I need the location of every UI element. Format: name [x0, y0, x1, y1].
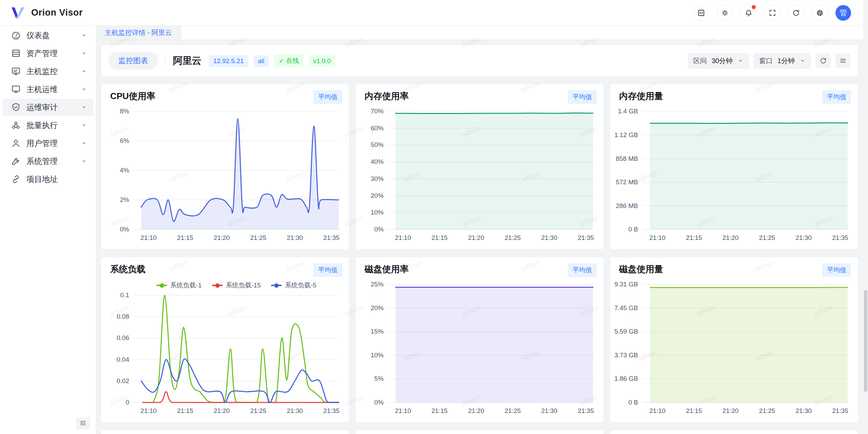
- disk-usage-amount-chart[interactable]: 9.31 GB7.45 GB5.59 GB3.73 GB1.86 GB0 B21…: [614, 279, 851, 418]
- vertical-scrollbar[interactable]: [863, 0, 868, 434]
- sidebar-item-label: 运维审计: [26, 102, 58, 113]
- host-tag: v1.0.0: [309, 55, 335, 67]
- y-axis-label: 20%: [359, 304, 383, 312]
- fullscreen-icon[interactable]: [764, 5, 781, 21]
- y-axis-label: 1.12 GB: [614, 131, 638, 139]
- x-axis-label: 21:10: [395, 407, 411, 415]
- notifications-icon[interactable]: [741, 5, 757, 21]
- settings-gear-icon[interactable]: [812, 5, 828, 21]
- logo-v-icon: [10, 6, 26, 20]
- sidebar-item-user-mgmt[interactable]: 用户管理: [3, 135, 93, 152]
- y-axis-label: 0.06: [105, 334, 129, 342]
- y-axis-label: 5%: [359, 375, 383, 382]
- x-axis-label: 21:30: [795, 407, 812, 415]
- chart-panel-partial: [610, 430, 858, 434]
- y-axis-label: 7.45 GB: [614, 304, 638, 312]
- sidebar-item-batch-exec[interactable]: 批量执行: [3, 117, 93, 134]
- chart-canvas: [359, 279, 596, 418]
- sidebar-item-label: 用户管理: [26, 138, 58, 149]
- range-select[interactable]: 区间 30分钟: [688, 53, 749, 69]
- average-badge: 平均值: [822, 90, 851, 104]
- chart-canvas: [105, 106, 342, 245]
- x-axis-label: 21:35: [832, 407, 848, 415]
- chevron-down-icon: [80, 50, 88, 57]
- scrollbar-thumb[interactable]: [864, 290, 867, 392]
- x-axis-label: 21:30: [541, 407, 557, 415]
- users-icon: [11, 138, 21, 148]
- y-axis-label: 0%: [105, 226, 129, 233]
- x-axis-label: 21:25: [250, 407, 267, 415]
- divider: [165, 56, 165, 66]
- x-axis-label: 21:25: [759, 407, 775, 415]
- chart-panel-cpu-usage: CPU使用率 平均值 8%6%4%2%0%21:1021:1521:2021:2…: [101, 84, 349, 249]
- sidebar-item-label: 仪表盘: [26, 30, 50, 41]
- check-icon: ✓: [279, 57, 284, 65]
- legend-item[interactable]: 系统负载-5: [271, 281, 316, 290]
- chart-controls: 区间 30分钟 窗口 1分钟: [688, 53, 850, 69]
- x-axis-label: 21:35: [578, 234, 594, 242]
- sidebar-item-label: 批量执行: [26, 120, 58, 131]
- host-ops-icon: [11, 84, 21, 94]
- notification-dot: [751, 4, 756, 10]
- x-axis-label: 21:10: [649, 407, 666, 415]
- sidebar-item-dashboard[interactable]: 仪表盘: [3, 27, 93, 44]
- host-header-card: 监控图表 阿里云 12.92.5.21ali✓在线v1.0.0 区间 30分钟 …: [101, 45, 858, 76]
- y-axis-label: 0.08: [105, 313, 129, 320]
- sidebar-collapse-button[interactable]: [76, 417, 90, 429]
- user-avatar[interactable]: 管: [835, 5, 851, 21]
- sidebar-item-assets[interactable]: 资产管理: [3, 45, 93, 62]
- legend-item[interactable]: 系统负载-1: [156, 281, 202, 290]
- host-tag: ali: [254, 55, 269, 67]
- theme-brightness-icon[interactable]: [717, 5, 733, 21]
- panel-title: 磁盘使用量: [619, 263, 663, 275]
- y-axis-label: 60%: [359, 125, 383, 132]
- sidebar-item-project-link[interactable]: 项目地址: [3, 171, 93, 188]
- x-axis-label: 21:35: [323, 234, 340, 242]
- x-axis-label: 21:20: [723, 234, 739, 242]
- panel-title: 内存使用率: [364, 90, 409, 102]
- y-axis-label: 0.02: [105, 377, 129, 385]
- audit-icon: [11, 102, 21, 112]
- chart-layout-menu-button[interactable]: [835, 54, 850, 68]
- average-badge: 平均值: [568, 90, 597, 104]
- y-axis-label: 5.59 GB: [614, 328, 638, 335]
- chart-canvas: [105, 279, 342, 418]
- window-select[interactable]: 窗口 1分钟: [754, 53, 811, 69]
- code-icon[interactable]: [693, 5, 709, 21]
- panel-title: 磁盘使用率: [364, 263, 409, 275]
- sidebar-item-label: 主机运维: [26, 84, 58, 95]
- monitor-chart-tab[interactable]: 监控图表: [109, 52, 158, 70]
- memory-usage-rate-chart[interactable]: 70%60%50%40%30%20%10%0%21:1021:1521:2021…: [359, 106, 596, 245]
- legend-item[interactable]: 系统负载-15: [212, 281, 261, 290]
- x-axis-label: 21:20: [468, 234, 484, 242]
- cpu-usage-chart[interactable]: 8%6%4%2%0%21:1021:1521:2021:2521:3021:35: [105, 106, 342, 245]
- average-badge: 平均值: [822, 263, 851, 277]
- refresh-charts-button[interactable]: [816, 54, 831, 68]
- sidebar-item-host-ops[interactable]: 主机运维: [3, 81, 93, 98]
- y-axis-label: 286 MB: [614, 202, 638, 210]
- disk-usage-rate-chart[interactable]: 25%20%15%10%5%0%21:1021:1521:2021:2521:3…: [359, 279, 596, 418]
- y-axis-label: 0.1: [105, 291, 129, 299]
- tab-bar: 主机监控详情 - 阿里云: [96, 26, 863, 40]
- tab-host-monitor-detail[interactable]: 主机监控详情 - 阿里云: [96, 26, 181, 40]
- x-axis-label: 21:15: [686, 234, 702, 242]
- chart-panel-partial: [101, 430, 349, 434]
- x-axis-label: 21:10: [140, 234, 157, 242]
- y-axis-label: 0%: [359, 226, 383, 233]
- sidebar-item-host-monitor[interactable]: 主机监控: [3, 63, 93, 80]
- system-load-chart[interactable]: 0.10.080.060.040.02021:1021:1521:2021:25…: [105, 279, 342, 418]
- sidebar-item-ops-audit[interactable]: 运维审计: [3, 99, 93, 116]
- sidebar-item-system-mgmt[interactable]: 系统管理: [3, 153, 93, 170]
- refresh-icon[interactable]: [788, 5, 804, 21]
- y-axis-label: 1.4 GB: [614, 108, 638, 115]
- legend-marker: [212, 285, 223, 286]
- y-axis-label: 0: [105, 399, 129, 406]
- chevron-down-icon: [80, 32, 88, 39]
- memory-usage-amount-chart[interactable]: 1.4 GB1.12 GB858 MB572 MB286 MB0 B21:102…: [614, 106, 851, 245]
- legend-marker: [156, 285, 167, 286]
- x-axis-label: 21:25: [505, 234, 521, 242]
- host-monitor-icon: [11, 66, 21, 76]
- chevron-down-icon: [80, 139, 88, 147]
- y-axis-label: 0 B: [614, 399, 638, 406]
- sidebar: 仪表盘资产管理主机监控主机运维运维审计批量执行用户管理系统管理项目地址: [0, 26, 96, 434]
